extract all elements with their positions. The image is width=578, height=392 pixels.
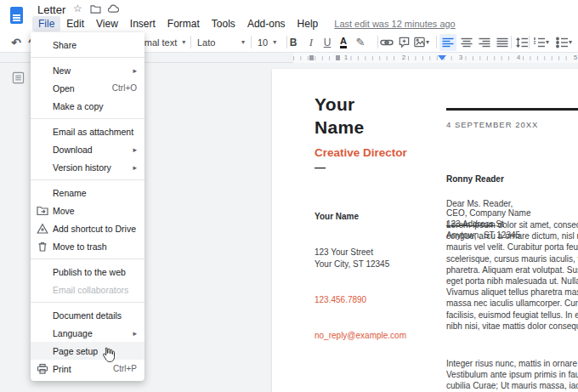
align-right-button[interactable] <box>476 34 493 51</box>
document-outline-icon[interactable] <box>12 71 25 88</box>
ruler-inch-label: 4 <box>514 54 523 62</box>
menu-help[interactable]: Help <box>292 16 325 31</box>
move-folder-icon[interactable] <box>90 4 101 16</box>
chevron-down-icon: ▾ <box>241 38 245 46</box>
file-menu-item-add-shortcut-to-drive[interactable]: Add shortcut to Drive <box>31 219 144 237</box>
letter-paragraph-2: Integer risus nunc, mattis in ornare sit… <box>446 358 578 392</box>
left-margin-marker[interactable] <box>309 55 314 60</box>
title-bar: Letter ☆ File Edit View Insert Format To… <box>0 0 578 32</box>
sender-block: Your Name Creative Director — Your Name … <box>314 93 407 366</box>
file-menu-item-download[interactable]: Download▸ <box>31 140 144 158</box>
printer-icon <box>37 363 48 375</box>
add-comment-icon[interactable] <box>395 34 412 51</box>
file-menu-item-email-as-attachment[interactable]: Email as attachment <box>31 122 144 140</box>
letter-greeting: Dear Ms. Reader, <box>446 199 513 208</box>
menu-bar: File Edit View Insert Format Tools Add-o… <box>32 16 456 31</box>
sender-phone: 123.456.7890 <box>314 294 407 306</box>
drive-icon <box>37 223 48 235</box>
justify-button[interactable] <box>494 34 511 51</box>
ruler-inch-label: 2 <box>400 54 408 62</box>
google-docs-logo-icon[interactable] <box>10 7 23 24</box>
align-center-button[interactable] <box>458 34 475 51</box>
file-menu: Share New▸ OpenCtrl+O Make a copy Email … <box>31 32 144 381</box>
sender-contact-name: Your Name <box>314 211 407 223</box>
menu-file[interactable]: File <box>32 16 60 31</box>
menu-separator <box>31 118 144 119</box>
ruler-inch-label: 3 <box>456 54 465 62</box>
trash-icon <box>37 241 48 253</box>
sender-contact-block: Your Name 123 Your Street Your City, ST … <box>314 187 407 366</box>
menu-format[interactable]: Format <box>162 16 206 31</box>
text-color-button[interactable]: A <box>335 34 352 51</box>
chevron-down-icon[interactable]: ▾ <box>566 34 575 51</box>
file-menu-item-share[interactable]: Share <box>31 36 144 54</box>
font-size-dropdown[interactable]: 10 ▾ <box>258 37 276 48</box>
chevron-down-icon: ▾ <box>182 38 185 46</box>
submenu-arrow-icon: ▸ <box>133 329 137 338</box>
google-docs-window: Letter ☆ File Edit View Insert Format To… <box>0 0 578 392</box>
chevron-down-icon[interactable]: ▾ <box>543 34 552 51</box>
struck-text: Lorem ipsum <box>446 220 496 230</box>
file-menu-item-page-setup[interactable]: Page setup <box>31 342 144 360</box>
file-menu-item-publish-to-the-web[interactable]: Publish to the web <box>31 263 144 281</box>
italic-button[interactable]: I <box>303 34 320 51</box>
highlight-color-icon[interactable]: ✎ <box>352 34 369 51</box>
star-icon[interactable]: ☆ <box>73 3 82 14</box>
submenu-arrow-icon: ▸ <box>133 163 137 172</box>
file-menu-item-print[interactable]: Print Ctrl+P <box>31 360 144 378</box>
sender-address: 123 Your Street Your City, ST 12345 <box>314 247 407 270</box>
menu-view[interactable]: View <box>90 16 124 31</box>
recipient-name: Ronny Reader <box>446 173 530 185</box>
cloud-status-icon <box>107 4 119 16</box>
sender-email: no_reply@example.com <box>314 330 407 342</box>
underline-button[interactable]: U <box>319 34 336 51</box>
menu-tools[interactable]: Tools <box>206 16 241 31</box>
insert-link-icon[interactable] <box>378 34 395 51</box>
sender-job-title: Creative Director <box>314 146 407 159</box>
document-page[interactable]: Your Name Creative Director — Your Name … <box>272 69 578 392</box>
document-title[interactable]: Letter <box>37 3 65 16</box>
menu-edit[interactable]: Edit <box>60 16 90 31</box>
menu-insert[interactable]: Insert <box>124 16 162 31</box>
letter-date: 4 SEPTEMBER 20XX <box>446 120 538 129</box>
chevron-down-icon: ▾ <box>273 38 276 46</box>
menu-separator <box>31 57 144 58</box>
bold-button[interactable]: B <box>285 34 302 51</box>
file-menu-item-rename[interactable]: Rename <box>31 184 144 202</box>
file-menu-item-language[interactable]: Language▸ <box>31 324 144 342</box>
ruler-inch-label: 5 <box>571 54 578 62</box>
letter-paragraph-1: Lorem ipsum dolor sit amet, consectetur … <box>446 219 578 332</box>
file-menu-item-new[interactable]: New▸ <box>31 61 144 79</box>
menu-separator <box>31 258 144 259</box>
font-family-dropdown[interactable]: Lato ▾ <box>197 37 245 48</box>
file-menu-item-move-to-trash[interactable]: Move to trash <box>31 237 144 255</box>
line-spacing-icon[interactable] <box>513 34 530 51</box>
file-menu-item-document-details[interactable]: Document details <box>31 306 144 324</box>
sender-name-heading: Your Name <box>314 93 407 139</box>
undo-icon[interactable]: ↶ <box>8 34 25 51</box>
menu-separator <box>31 302 144 303</box>
ruler-inch-label: 1 <box>342 54 350 62</box>
chevron-down-icon[interactable]: ▾ <box>423 34 432 51</box>
header-rule <box>446 108 578 111</box>
menu-addons[interactable]: Add-ons <box>241 16 292 31</box>
file-menu-item-email-collaborators: Email collaborators <box>31 281 144 298</box>
indent-marker-icon[interactable] <box>438 55 446 60</box>
file-menu-item-version-history[interactable]: Version history▸ <box>31 158 144 176</box>
file-menu-item-open[interactable]: OpenCtrl+O <box>31 79 144 97</box>
submenu-arrow-icon: ▸ <box>133 66 137 75</box>
file-menu-item-move[interactable]: Move <box>31 202 144 219</box>
last-edit-link[interactable]: Last edit was 12 minutes ago <box>334 19 455 29</box>
shortcut-label: Ctrl+O <box>112 83 137 93</box>
align-left-button[interactable] <box>439 34 456 51</box>
file-menu-item-make-a-copy[interactable]: Make a copy <box>31 97 144 115</box>
first-line-indent-marker[interactable] <box>336 55 340 60</box>
shortcut-label: Ctrl+P <box>113 364 137 373</box>
decorative-dash: — <box>314 161 407 173</box>
folder-move-icon <box>37 205 48 217</box>
submenu-arrow-icon: ▸ <box>133 145 137 154</box>
menu-separator <box>31 179 144 180</box>
mouse-cursor-hand-icon <box>100 346 115 366</box>
